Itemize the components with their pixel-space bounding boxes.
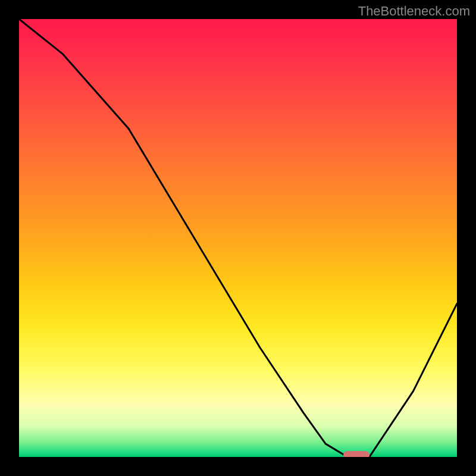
plot-area [19, 19, 457, 457]
watermark-text: TheBottleneck.com [358, 4, 470, 19]
bottleneck-curve-path [19, 19, 457, 457]
optimal-point-marker [343, 451, 369, 457]
bottleneck-curve-svg [19, 19, 457, 457]
